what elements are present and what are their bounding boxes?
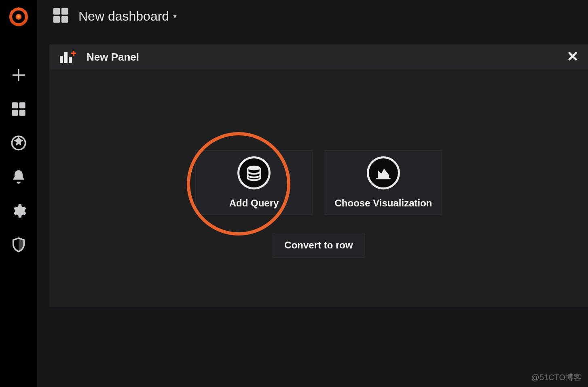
svg-rect-11 bbox=[60, 56, 63, 63]
svg-rect-10 bbox=[61, 16, 68, 23]
shield-icon bbox=[11, 237, 27, 253]
svg-point-1 bbox=[16, 14, 22, 20]
svg-rect-3 bbox=[19, 102, 25, 108]
convert-to-row-label: Convert to row bbox=[284, 240, 353, 250]
plus-icon bbox=[11, 67, 27, 83]
svg-rect-13 bbox=[69, 57, 72, 63]
database-icon-circle bbox=[237, 156, 271, 189]
svg-rect-12 bbox=[64, 52, 68, 63]
panel-body: Add Query Choose Visualization Convert t… bbox=[49, 69, 588, 307]
add-query-label: Add Query bbox=[229, 198, 279, 209]
nav-server-admin[interactable] bbox=[4, 230, 33, 259]
svg-rect-15 bbox=[71, 53, 76, 54]
nav-dashboards[interactable] bbox=[4, 95, 33, 124]
panel-bars-icon bbox=[60, 49, 78, 65]
nav-alerting[interactable] bbox=[4, 162, 33, 191]
svg-rect-7 bbox=[53, 8, 60, 15]
chart-icon-circle bbox=[367, 156, 400, 189]
choose-visualization-label: Choose Visualization bbox=[335, 198, 432, 209]
apps-icon bbox=[11, 101, 27, 117]
main-area: New dashboard ▾ New Panel bbox=[37, 0, 588, 387]
dashboard-grid-icon bbox=[52, 6, 70, 26]
grafana-icon bbox=[8, 6, 29, 27]
svg-point-16 bbox=[247, 166, 260, 170]
close-panel-button[interactable] bbox=[568, 51, 577, 63]
svg-rect-2 bbox=[12, 102, 18, 108]
panel-header: New Panel bbox=[49, 44, 588, 69]
panel-title: New Panel bbox=[87, 51, 139, 63]
gear-icon bbox=[11, 203, 27, 219]
nav-create[interactable] bbox=[4, 61, 33, 90]
nav-explore[interactable] bbox=[4, 128, 33, 158]
svg-rect-5 bbox=[19, 110, 25, 116]
watermark: @51CTO博客 bbox=[531, 372, 582, 383]
nav-configuration[interactable] bbox=[4, 196, 33, 225]
svg-rect-8 bbox=[61, 8, 68, 15]
choose-visualization-button[interactable]: Choose Visualization bbox=[325, 150, 442, 215]
add-query-button[interactable]: Add Query bbox=[195, 150, 313, 215]
chart-icon bbox=[375, 164, 392, 181]
topbar: New dashboard ▾ bbox=[37, 0, 588, 32]
bell-icon bbox=[11, 169, 27, 185]
chevron-down-icon: ▾ bbox=[173, 12, 177, 21]
database-icon bbox=[245, 164, 262, 181]
grafana-logo[interactable] bbox=[0, 0, 37, 32]
svg-rect-4 bbox=[12, 110, 18, 116]
dashboard-title: New dashboard bbox=[78, 9, 169, 24]
compass-icon bbox=[11, 135, 27, 151]
new-panel: New Panel Add Query bbox=[49, 44, 588, 307]
dashboard-title-dropdown[interactable]: New dashboard ▾ bbox=[78, 9, 177, 24]
svg-rect-9 bbox=[53, 16, 60, 23]
close-icon bbox=[568, 51, 577, 61]
sidebar bbox=[0, 0, 37, 387]
convert-to-row-button[interactable]: Convert to row bbox=[273, 233, 364, 258]
panel-choice-row: Add Query Choose Visualization bbox=[195, 150, 442, 215]
